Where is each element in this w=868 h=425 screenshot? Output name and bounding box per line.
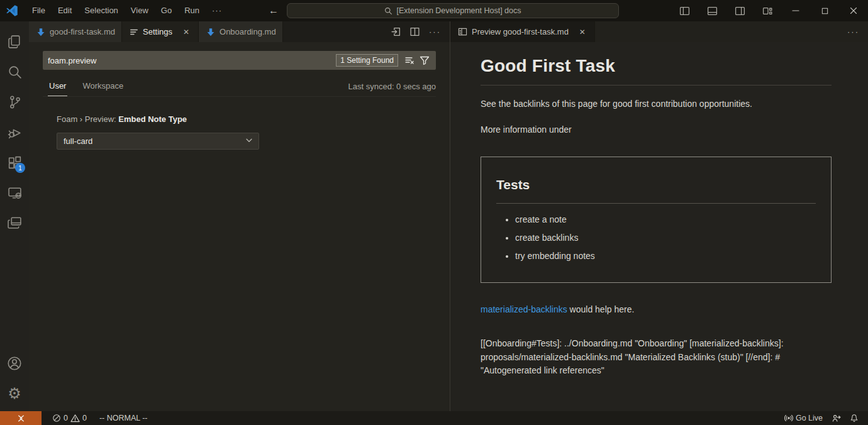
- editor-layouts-icon[interactable]: [0, 207, 29, 238]
- remote-indicator[interactable]: [0, 411, 42, 425]
- clear-settings-search-icon[interactable]: [402, 53, 417, 68]
- markdown-file-icon: [206, 28, 215, 36]
- menu-selection[interactable]: Selection: [78, 3, 124, 18]
- tab-preview-good-first-task[interactable]: Preview good-first-task.md ✕: [450, 21, 595, 42]
- customize-layout-icon[interactable]: [754, 0, 781, 21]
- tab-label: Settings: [143, 27, 172, 36]
- materialized-backlinks-link[interactable]: materialized-backlinks: [481, 304, 567, 314]
- tests-list-item: create backlinks: [515, 231, 816, 245]
- remote-explorer-icon[interactable]: [0, 177, 29, 207]
- menu-file[interactable]: File: [26, 3, 52, 18]
- editor-group-left: good-first-task.md Settings ✕ Onboarding…: [29, 21, 450, 411]
- live-share-button[interactable]: [827, 411, 845, 425]
- menu-view[interactable]: View: [125, 3, 155, 18]
- accounts-icon[interactable]: [0, 348, 29, 378]
- tests-heading: Tests: [496, 175, 816, 204]
- command-center[interactable]: [Extension Development Host] docs: [287, 3, 619, 18]
- settings-gear-icon[interactable]: ⚙: [0, 378, 29, 409]
- settings-editor: 1 Setting Found User Workspace Last sync…: [29, 42, 450, 411]
- toggle-panel-icon[interactable]: [698, 0, 726, 21]
- more-actions-icon[interactable]: ···: [843, 27, 863, 36]
- search-view-icon[interactable]: [0, 57, 29, 87]
- remote-window-icon: [16, 414, 26, 423]
- editor-actions: ···: [387, 21, 450, 42]
- broadcast-icon: [784, 414, 793, 422]
- toggle-primary-sidebar-icon[interactable]: [670, 0, 698, 21]
- markdown-preview: Good First Task See the backlinks of thi…: [450, 42, 868, 411]
- bell-icon: [850, 414, 859, 422]
- split-editor-icon[interactable]: [406, 24, 423, 40]
- go-live-button[interactable]: Go Live: [780, 411, 827, 425]
- close-tab-icon[interactable]: ✕: [181, 26, 192, 38]
- close-window-button[interactable]: [839, 0, 868, 21]
- command-center-label: [Extension Development Host] docs: [396, 6, 521, 15]
- menu-go[interactable]: Go: [155, 3, 178, 18]
- errors-icon: [52, 414, 61, 422]
- settings-search-box: 1 Setting Found: [43, 51, 436, 70]
- right-tab-bar: Preview good-first-task.md ✕ ···: [450, 21, 868, 42]
- tab-label: good-first-task.md: [50, 27, 115, 36]
- run-debug-icon[interactable]: [0, 117, 29, 147]
- tab-onboarding[interactable]: Onboarding.md: [199, 21, 283, 42]
- vscode-logo-icon: [6, 4, 18, 17]
- activity-bar: 1 ⚙: [0, 21, 29, 411]
- toggle-secondary-sidebar-icon[interactable]: [726, 0, 754, 21]
- left-tab-bar: good-first-task.md Settings ✕ Onboarding…: [29, 21, 450, 42]
- editor-group-right: Preview good-first-task.md ✕ ··· Good Fi…: [450, 21, 868, 411]
- setting-embed-note-type: Foam › Preview: Embed Note Type full-car…: [57, 114, 436, 150]
- backlink-suffix: would help here.: [567, 304, 635, 314]
- source-control-icon[interactable]: [0, 87, 29, 117]
- tests-list: create a note create backlinks try embed…: [496, 213, 816, 263]
- extensions-badge: 1: [15, 163, 25, 173]
- tab-settings[interactable]: Settings ✕: [122, 21, 199, 42]
- preview-more-info: More information under: [481, 123, 832, 137]
- vscode-window: File Edit Selection View Go Run ··· ← → …: [0, 0, 868, 425]
- settings-scope-tabs: User Workspace Last synced: 0 secs ago: [43, 77, 436, 97]
- navigate-back-icon[interactable]: ←: [269, 5, 279, 16]
- right-editor-actions: ···: [843, 21, 868, 42]
- open-settings-json-icon[interactable]: [387, 24, 404, 40]
- embed-note-type-dropdown[interactable]: full-card: [57, 133, 259, 150]
- scope-tab-workspace[interactable]: Workspace: [81, 77, 125, 96]
- settings-search-input[interactable]: [43, 51, 336, 70]
- setting-name: Embed Note Type: [118, 114, 187, 124]
- chevron-down-icon: [245, 136, 253, 146]
- preview-title: Good First Task: [481, 52, 832, 86]
- setting-category: Foam › Preview:: [57, 114, 118, 124]
- open-preview-icon: [458, 27, 467, 36]
- close-tab-icon[interactable]: ✕: [577, 26, 588, 38]
- menu-edit[interactable]: Edit: [52, 3, 78, 18]
- maximize-button[interactable]: [810, 0, 839, 21]
- tests-list-item: try embedding notes: [515, 250, 816, 263]
- preview-intro: See the backlinks of this page for good …: [481, 97, 832, 111]
- scope-tab-user[interactable]: User: [48, 77, 67, 96]
- backlink-paragraph: materialized-backlinks would help here.: [481, 303, 832, 317]
- problems-status[interactable]: 0 0: [48, 411, 91, 425]
- settings-list-icon: [130, 28, 138, 36]
- tests-list-item: create a note: [515, 213, 816, 227]
- tab-good-first-task[interactable]: good-first-task.md: [29, 21, 122, 42]
- extensions-icon[interactable]: 1: [0, 147, 29, 177]
- status-bar: 0 0 -- NORMAL -- Go Live: [0, 411, 868, 425]
- embedded-note-card: Tests create a note create backlinks try…: [481, 157, 832, 284]
- settings-result-count-badge[interactable]: 1 Setting Found: [336, 54, 398, 67]
- menu-more-ellipsis[interactable]: ···: [206, 3, 228, 18]
- error-count: 0: [64, 414, 68, 422]
- filter-settings-icon[interactable]: [417, 53, 432, 68]
- more-actions-icon[interactable]: ···: [425, 27, 445, 36]
- title-bar: File Edit Selection View Go Run ··· ← → …: [0, 0, 868, 21]
- search-icon: [384, 7, 392, 15]
- tab-label: Onboarding.md: [220, 27, 276, 36]
- warning-count: 0: [82, 414, 87, 422]
- menu-run[interactable]: Run: [178, 3, 206, 18]
- last-synced-label: Last synced: 0 secs ago: [348, 82, 436, 96]
- link-references-paragraph: [[Onboarding#Tests]: ../Onboarding.md "O…: [481, 337, 832, 378]
- dropdown-value: full-card: [64, 136, 92, 146]
- vim-mode-indicator[interactable]: -- NORMAL --: [95, 411, 152, 425]
- live-share-icon: [832, 414, 841, 423]
- minimize-button[interactable]: [781, 0, 810, 21]
- notifications-bell-button[interactable]: [845, 411, 863, 425]
- explorer-icon[interactable]: [0, 26, 29, 57]
- warnings-icon: [70, 414, 80, 423]
- markdown-file-icon: [36, 28, 45, 36]
